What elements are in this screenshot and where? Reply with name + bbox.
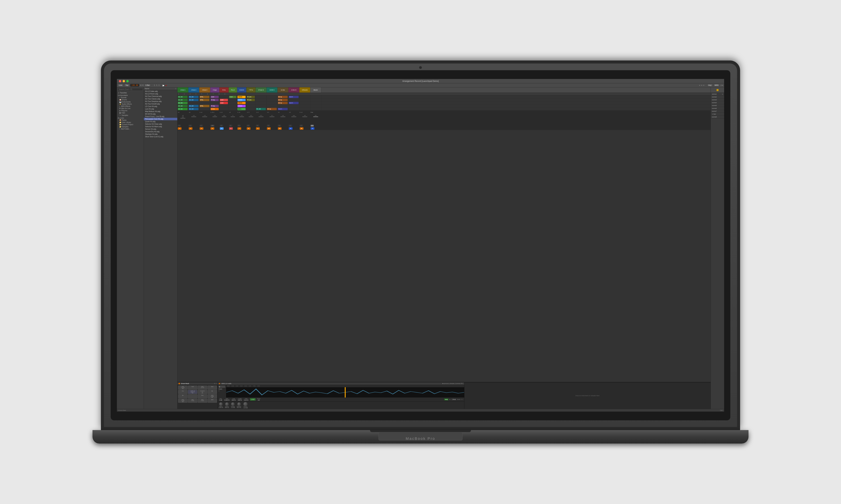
bpm-display[interactable]: 130.00	[130, 84, 139, 87]
drum-pad[interactable]: B1	[208, 390, 217, 394]
scene-item-8[interactable]: -1 bar-	[711, 113, 724, 115]
loop-toggle-btn[interactable]: LOOP	[250, 398, 256, 400]
volume-fader[interactable]	[230, 116, 235, 117]
sidebar-item-max-for-live[interactable]: M Max for Live	[117, 107, 144, 110]
volume-fader[interactable]	[202, 116, 207, 117]
file-item[interactable]: Peach Fuzz(...Live Bl.adg	[144, 115, 177, 118]
voices-value[interactable]: -inf	[257, 399, 260, 401]
file-item[interactable]: Selector Kit Clean.adg	[144, 123, 177, 125]
channel-btn-c[interactable]: C	[178, 125, 181, 126]
clip-block[interactable]: Dark K	[289, 96, 298, 98]
channel-btn-c[interactable]: C	[300, 125, 303, 126]
channel-num-10[interactable]: 10	[267, 127, 271, 130]
channel-num-11[interactable]: 11	[278, 127, 281, 130]
file-item[interactable]: Mt Dill Kit.adg	[144, 113, 177, 115]
sidebar-item-clips[interactable]: ▣ Clips	[117, 112, 144, 114]
clip-block[interactable]: AS_132	[189, 105, 199, 107]
clip-block[interactable]: TF dep	[210, 99, 219, 101]
file-item[interactable]: Quark Kit.adg	[144, 120, 177, 123]
file-item[interactable]: Kit-Trax Classic.adg	[144, 97, 177, 100]
warp-btn[interactable]: warp	[444, 398, 448, 400]
sidebar-item-samples[interactable]: 〜 Samples	[117, 114, 144, 116]
clip-block[interactable]: crash	[229, 96, 236, 98]
play-button[interactable]: ▶	[162, 84, 165, 87]
volume-fader[interactable]	[280, 116, 286, 117]
channel-btn-c[interactable]: C	[267, 125, 270, 126]
channel-num-A[interactable]: A	[289, 127, 292, 130]
record-button[interactable]: ●	[166, 84, 167, 87]
channel-btn-128r[interactable]: 128r	[210, 125, 214, 126]
channel-btn-c[interactable]: C	[229, 125, 232, 126]
attack-knob[interactable]	[219, 402, 223, 406]
volume-fader[interactable]	[313, 116, 318, 117]
channel-num-2[interactable]: 2	[189, 127, 192, 130]
sustain-knob[interactable]	[231, 402, 235, 406]
clip-block[interactable]: AS_132	[178, 105, 188, 107]
clip-block[interactable]: crash	[220, 102, 228, 104]
clip-block[interactable]: Bit sty	[278, 102, 288, 104]
volume-fader[interactable]	[270, 116, 275, 117]
drum-pad[interactable]: DX4	[208, 399, 217, 403]
sidebar-item-audio-effects[interactable]: ⚡ Audio Effects	[117, 103, 144, 105]
channel-num-4[interactable]: 4	[210, 127, 214, 130]
clip-block[interactable]: MTDL	[200, 99, 209, 101]
clip-block[interactable]: AS_132	[189, 96, 199, 98]
sidebar-item-midi-effects[interactable]: ♫ MIDI Effects	[117, 105, 144, 107]
drum-pad[interactable]: E1	[178, 394, 188, 398]
bottom-bar-control[interactable]: —	[720, 410, 723, 411]
clip-block[interactable]: TF_den	[247, 99, 255, 101]
clip-block[interactable]: TF_den	[247, 96, 255, 98]
file-item-selected[interactable]: Percussion Core Kit.adg	[144, 118, 177, 120]
gain-value[interactable]: 0 dB	[219, 399, 223, 401]
search-input[interactable]	[118, 88, 143, 91]
channel-btn-c[interactable]: C	[238, 125, 241, 126]
sidebar-item-packs[interactable]: 📦 Packs	[117, 119, 144, 121]
length-value[interactable]: 100 %	[237, 399, 242, 401]
volume-fader[interactable]	[259, 116, 263, 117]
channel-num-3[interactable]: 3	[200, 127, 203, 130]
file-item[interactable]: Mad Mollusc Kit.adg	[144, 110, 177, 113]
channel-btn-c[interactable]: C	[278, 125, 281, 126]
channel-num-6[interactable]: 6	[229, 127, 233, 130]
volume-fader[interactable]	[302, 116, 307, 117]
beats-btn[interactable]: 1 Beat	[451, 398, 457, 400]
channel-btn-c[interactable]: C	[256, 125, 259, 126]
sidebar-item-plugins[interactable]: ◈ Plug-ins	[117, 110, 144, 112]
midi-button[interactable]: MIDI	[714, 84, 720, 87]
file-item[interactable]: Kit-LD Gabe.adg	[144, 90, 177, 93]
clip-block[interactable]: AS_132	[178, 96, 188, 98]
volume-fader[interactable]	[248, 116, 253, 117]
channel-btn-c[interactable]: C	[289, 125, 292, 126]
channel-num-S[interactable]: S	[311, 127, 314, 130]
drum-pad[interactable]: 00092-AudiM|S	[208, 394, 217, 398]
start-value[interactable]: 0.000 %	[224, 399, 230, 401]
file-item[interactable]: Kit-Trax Kickoff.adg	[144, 103, 177, 105]
link-button[interactable]: Link	[118, 84, 123, 87]
clip-block[interactable]: crash	[220, 99, 228, 101]
scene-item-4[interactable]: scene4	[711, 101, 724, 104]
close-button[interactable]	[119, 80, 121, 82]
volume-fader[interactable]	[222, 116, 226, 117]
drum-pad[interactable]: CX2	[188, 385, 197, 390]
sidebar-item-sounds[interactable]: ♪ Sounds	[117, 96, 144, 98]
sort-icon[interactable]: ⇅	[175, 88, 176, 90]
clip-block[interactable]: AS_132	[178, 99, 188, 101]
drum-pad[interactable]: 00052-AudiM|S	[178, 399, 188, 403]
channel-num-7[interactable]: 7	[238, 127, 241, 130]
scene-item-9[interactable]: scene8	[711, 115, 724, 119]
maximize-button[interactable]	[126, 80, 129, 82]
clip-block[interactable]: FG_10C	[256, 108, 266, 110]
file-item[interactable]: SessionDry Kit.adg	[144, 130, 177, 133]
channel-btn-c[interactable]: C	[247, 125, 250, 126]
clip-block[interactable]: AS_132	[178, 108, 188, 110]
bar-select[interactable]: 1 Bar	[144, 84, 151, 87]
tap-button[interactable]: Tap	[124, 84, 130, 87]
drum-pad[interactable]: 60052-AudioM|S	[178, 385, 188, 390]
sidebar-item-current-project[interactable]: 📁 Current Project	[117, 124, 144, 126]
scene-item-3[interactable]: scene3	[711, 98, 724, 101]
clip-block[interactable]: 120 m	[238, 108, 245, 110]
clip-block[interactable]: AS_132	[189, 99, 199, 101]
clip-block[interactable]: MTDL	[200, 105, 209, 107]
clip-block[interactable]: Dark K	[278, 108, 288, 110]
volume-fader[interactable]	[180, 118, 185, 119]
